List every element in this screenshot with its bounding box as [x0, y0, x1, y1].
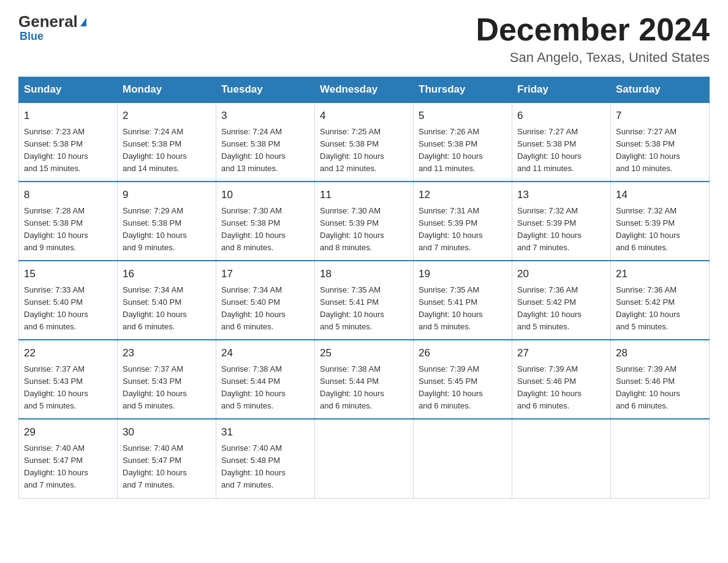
- day-info: Sunrise: 7:36 AMSunset: 5:42 PMDaylight:…: [616, 284, 704, 334]
- calendar-table: SundayMondayTuesdayWednesdayThursdayFrid…: [18, 77, 710, 498]
- day-number: 19: [419, 266, 507, 282]
- empty-cell: [512, 419, 611, 498]
- week-row-4: 22Sunrise: 7:37 AMSunset: 5:43 PMDayligh…: [19, 340, 710, 419]
- day-cell-12: 12Sunrise: 7:31 AMSunset: 5:39 PMDayligh…: [414, 182, 512, 261]
- weekday-header-saturday: Saturday: [611, 77, 710, 103]
- day-info: Sunrise: 7:27 AMSunset: 5:38 PMDaylight:…: [517, 126, 605, 175]
- day-info: Sunrise: 7:30 AMSunset: 5:39 PMDaylight:…: [320, 205, 408, 255]
- empty-cell: [611, 419, 710, 498]
- day-number: 21: [616, 266, 704, 282]
- month-title: December 2024: [476, 12, 710, 47]
- day-cell-2: 2Sunrise: 7:24 AMSunset: 5:38 PMDaylight…: [118, 102, 216, 182]
- day-number: 8: [24, 187, 112, 203]
- day-number: 7: [616, 108, 704, 124]
- day-cell-29: 29Sunrise: 7:40 AMSunset: 5:47 PMDayligh…: [19, 419, 118, 498]
- day-cell-6: 6Sunrise: 7:27 AMSunset: 5:38 PMDaylight…: [512, 102, 611, 182]
- day-cell-21: 21Sunrise: 7:36 AMSunset: 5:42 PMDayligh…: [611, 261, 710, 340]
- logo: General Blue: [18, 12, 86, 43]
- day-number: 18: [320, 266, 408, 282]
- day-cell-10: 10Sunrise: 7:30 AMSunset: 5:38 PMDayligh…: [216, 182, 315, 261]
- day-info: Sunrise: 7:24 AMSunset: 5:38 PMDaylight:…: [221, 126, 309, 175]
- day-info: Sunrise: 7:40 AMSunset: 5:47 PMDaylight:…: [123, 442, 211, 492]
- week-row-1: 1Sunrise: 7:23 AMSunset: 5:38 PMDaylight…: [19, 102, 710, 182]
- day-cell-4: 4Sunrise: 7:25 AMSunset: 5:38 PMDaylight…: [315, 102, 414, 182]
- day-info: Sunrise: 7:40 AMSunset: 5:47 PMDaylight:…: [24, 442, 112, 492]
- day-info: Sunrise: 7:39 AMSunset: 5:45 PMDaylight:…: [419, 363, 507, 413]
- day-info: Sunrise: 7:24 AMSunset: 5:38 PMDaylight:…: [123, 126, 211, 175]
- day-info: Sunrise: 7:35 AMSunset: 5:41 PMDaylight:…: [419, 284, 507, 334]
- day-cell-19: 19Sunrise: 7:35 AMSunset: 5:41 PMDayligh…: [414, 261, 512, 340]
- day-number: 10: [221, 187, 309, 203]
- weekday-header-sunday: Sunday: [19, 77, 118, 103]
- day-info: Sunrise: 7:28 AMSunset: 5:38 PMDaylight:…: [24, 205, 112, 255]
- location-title: San Angelo, Texas, United States: [476, 50, 710, 66]
- day-number: 5: [419, 108, 507, 124]
- day-number: 14: [616, 187, 704, 203]
- day-cell-16: 16Sunrise: 7:34 AMSunset: 5:40 PMDayligh…: [118, 261, 216, 340]
- day-number: 22: [24, 345, 112, 361]
- day-info: Sunrise: 7:23 AMSunset: 5:38 PMDaylight:…: [24, 126, 112, 175]
- day-cell-14: 14Sunrise: 7:32 AMSunset: 5:39 PMDayligh…: [611, 182, 710, 261]
- day-cell-11: 11Sunrise: 7:30 AMSunset: 5:39 PMDayligh…: [315, 182, 414, 261]
- day-cell-20: 20Sunrise: 7:36 AMSunset: 5:42 PMDayligh…: [512, 261, 611, 340]
- day-cell-22: 22Sunrise: 7:37 AMSunset: 5:43 PMDayligh…: [19, 340, 118, 419]
- day-info: Sunrise: 7:38 AMSunset: 5:44 PMDaylight:…: [320, 363, 408, 413]
- day-cell-8: 8Sunrise: 7:28 AMSunset: 5:38 PMDaylight…: [19, 182, 118, 261]
- day-number: 16: [123, 266, 211, 282]
- day-number: 29: [24, 424, 112, 440]
- day-number: 2: [123, 108, 211, 124]
- day-cell-27: 27Sunrise: 7:39 AMSunset: 5:46 PMDayligh…: [512, 340, 611, 419]
- day-info: Sunrise: 7:37 AMSunset: 5:43 PMDaylight:…: [123, 363, 211, 413]
- day-cell-31: 31Sunrise: 7:40 AMSunset: 5:48 PMDayligh…: [216, 419, 315, 498]
- day-cell-18: 18Sunrise: 7:35 AMSunset: 5:41 PMDayligh…: [315, 261, 414, 340]
- day-cell-28: 28Sunrise: 7:39 AMSunset: 5:46 PMDayligh…: [611, 340, 710, 419]
- day-info: Sunrise: 7:29 AMSunset: 5:38 PMDaylight:…: [123, 205, 211, 255]
- day-info: Sunrise: 7:37 AMSunset: 5:43 PMDaylight:…: [24, 363, 112, 413]
- week-row-2: 8Sunrise: 7:28 AMSunset: 5:38 PMDaylight…: [19, 182, 710, 261]
- day-info: Sunrise: 7:31 AMSunset: 5:39 PMDaylight:…: [419, 205, 507, 255]
- day-info: Sunrise: 7:39 AMSunset: 5:46 PMDaylight:…: [517, 363, 605, 413]
- day-info: Sunrise: 7:40 AMSunset: 5:48 PMDaylight:…: [221, 442, 309, 492]
- weekday-header-tuesday: Tuesday: [216, 77, 315, 103]
- empty-cell: [315, 419, 414, 498]
- day-cell-30: 30Sunrise: 7:40 AMSunset: 5:47 PMDayligh…: [118, 419, 216, 498]
- weekday-header-thursday: Thursday: [414, 77, 512, 103]
- day-number: 12: [419, 187, 507, 203]
- day-cell-7: 7Sunrise: 7:27 AMSunset: 5:38 PMDaylight…: [611, 102, 710, 182]
- day-info: Sunrise: 7:33 AMSunset: 5:40 PMDaylight:…: [24, 284, 112, 334]
- day-number: 4: [320, 108, 408, 124]
- logo-triangle-icon: [80, 18, 86, 26]
- day-info: Sunrise: 7:35 AMSunset: 5:41 PMDaylight:…: [320, 284, 408, 334]
- logo-general-text: General: [18, 12, 78, 31]
- weekday-header-wednesday: Wednesday: [315, 77, 414, 103]
- day-number: 30: [123, 424, 211, 440]
- empty-cell: [414, 419, 512, 498]
- day-info: Sunrise: 7:36 AMSunset: 5:42 PMDaylight:…: [517, 284, 605, 334]
- day-cell-23: 23Sunrise: 7:37 AMSunset: 5:43 PMDayligh…: [118, 340, 216, 419]
- day-cell-9: 9Sunrise: 7:29 AMSunset: 5:38 PMDaylight…: [118, 182, 216, 261]
- day-info: Sunrise: 7:26 AMSunset: 5:38 PMDaylight:…: [419, 126, 507, 175]
- day-number: 28: [616, 345, 704, 361]
- day-info: Sunrise: 7:27 AMSunset: 5:38 PMDaylight:…: [616, 126, 704, 175]
- day-number: 27: [517, 345, 605, 361]
- day-number: 6: [517, 108, 605, 124]
- day-cell-15: 15Sunrise: 7:33 AMSunset: 5:40 PMDayligh…: [19, 261, 118, 340]
- day-cell-5: 5Sunrise: 7:26 AMSunset: 5:38 PMDaylight…: [414, 102, 512, 182]
- weekday-header-row: SundayMondayTuesdayWednesdayThursdayFrid…: [19, 77, 710, 103]
- day-number: 11: [320, 187, 408, 203]
- day-cell-26: 26Sunrise: 7:39 AMSunset: 5:45 PMDayligh…: [414, 340, 512, 419]
- day-number: 23: [123, 345, 211, 361]
- day-cell-17: 17Sunrise: 7:34 AMSunset: 5:40 PMDayligh…: [216, 261, 315, 340]
- week-row-5: 29Sunrise: 7:40 AMSunset: 5:47 PMDayligh…: [19, 419, 710, 498]
- day-info: Sunrise: 7:32 AMSunset: 5:39 PMDaylight:…: [517, 205, 605, 255]
- day-number: 1: [24, 108, 112, 124]
- logo-blue-text: Blue: [18, 30, 44, 43]
- weekday-header-friday: Friday: [512, 77, 611, 103]
- day-info: Sunrise: 7:34 AMSunset: 5:40 PMDaylight:…: [221, 284, 309, 334]
- day-number: 17: [221, 266, 309, 282]
- title-area: December 2024 San Angelo, Texas, United …: [476, 12, 710, 66]
- day-number: 15: [24, 266, 112, 282]
- day-number: 20: [517, 266, 605, 282]
- logo-text: General: [18, 12, 86, 31]
- day-cell-1: 1Sunrise: 7:23 AMSunset: 5:38 PMDaylight…: [19, 102, 118, 182]
